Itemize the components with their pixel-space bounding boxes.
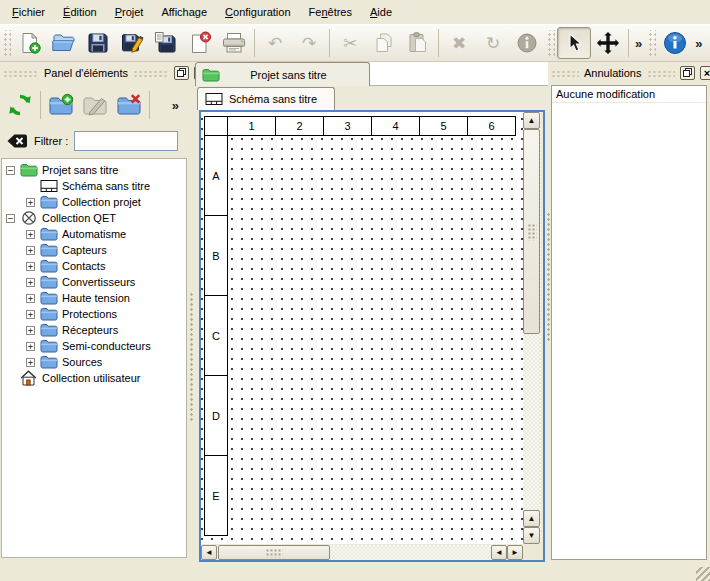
clear-filter-button[interactable] — [6, 133, 28, 149]
expand-toggle[interactable]: + — [26, 278, 35, 287]
toolbar-grip[interactable] — [647, 30, 656, 56]
toolbar-grip[interactable] — [2, 30, 11, 56]
tree-item-semi-conducteurs[interactable]: +Semi-conducteurs — [2, 338, 186, 354]
pan-mode-button[interactable] — [591, 27, 625, 59]
horizontal-scrollbar[interactable]: ◄ ◄ ► — [201, 545, 523, 560]
left-splitter[interactable] — [188, 62, 195, 581]
window-resize-grip[interactable] — [696, 567, 710, 581]
collapse-toggle[interactable]: − — [6, 166, 15, 175]
floppy-all-icon — [154, 31, 178, 55]
tree-item-convertisseurs[interactable]: +Convertisseurs — [2, 274, 186, 290]
expand-toggle[interactable]: + — [26, 230, 35, 239]
folder-blue-icon — [40, 307, 58, 321]
edit-element-button — [78, 88, 112, 122]
elements-panel-titlebar[interactable]: Panel d'éléments × — [0, 62, 188, 84]
expand-toggle[interactable]: + — [26, 246, 35, 255]
left-arrow-icon: ◄ — [205, 549, 213, 557]
new-document-button[interactable] — [13, 27, 47, 59]
expand-toggle[interactable]: + — [26, 198, 35, 207]
tree-item-label: Protections — [62, 308, 117, 320]
folder-blue-icon — [40, 243, 58, 257]
folder-blue-icon — [39, 322, 58, 338]
filter-input[interactable] — [74, 131, 178, 151]
vertical-scroll-thumb[interactable] — [523, 129, 540, 334]
about-button[interactable] — [658, 27, 692, 59]
menu-item-affichage[interactable]: Affichage — [152, 2, 216, 22]
tree-item-haute-tension[interactable]: +Haute tension — [2, 290, 186, 306]
float-panel-button[interactable] — [680, 66, 695, 80]
expand-toggle[interactable]: + — [26, 342, 35, 351]
menu-item-edition[interactable]: Édition — [54, 2, 106, 22]
horizontal-scroll-thumb[interactable] — [218, 545, 330, 560]
folder-open-icon — [51, 31, 77, 55]
restore-icon — [683, 68, 692, 78]
tree-item-protections[interactable]: +Protections — [2, 306, 186, 322]
scroll-left-button-2[interactable]: ◄ — [491, 545, 507, 560]
menu-item-fichier[interactable]: Fichier — [3, 2, 54, 22]
column-header-3: 3 — [323, 116, 372, 136]
undo-panel-titlebar[interactable]: Annulations × — [548, 62, 710, 84]
scroll-down-button[interactable]: ▼ — [523, 527, 540, 544]
help-overflow-button[interactable]: » — [692, 36, 705, 51]
folder-blue-icon — [39, 258, 58, 274]
tree-item-schema-sans-titre[interactable]: Schéma sans titre — [2, 178, 186, 194]
float-panel-button[interactable] — [174, 66, 189, 80]
project-tab-label: Projet sans titre — [224, 69, 369, 81]
expand-toggle[interactable]: + — [26, 262, 35, 271]
save-as-button[interactable] — [115, 27, 149, 59]
print-button[interactable] — [217, 27, 251, 59]
tree-item-label: Semi-conducteurs — [62, 340, 151, 352]
separator — [149, 91, 150, 119]
tree-item-collection-qet[interactable]: −Collection QET — [2, 210, 186, 226]
tree-item-projet-sans-titre[interactable]: −Projet sans titre — [2, 162, 186, 178]
menu-item-fenetres[interactable]: Fenêtres — [300, 2, 361, 22]
menu-item-projet[interactable]: Projet — [106, 2, 153, 22]
tree-item-sources[interactable]: +Sources — [2, 354, 186, 370]
close-panel-button[interactable]: × — [700, 66, 710, 80]
elements-overflow-button[interactable]: » — [169, 98, 188, 113]
expand-toggle[interactable]: + — [26, 358, 35, 367]
delete-icon: ✖ — [452, 35, 466, 52]
toolbar-grip[interactable] — [546, 30, 555, 56]
separator — [438, 29, 439, 57]
tree-item-recepteurs[interactable]: +Récepteurs — [2, 322, 186, 338]
menu-item-aide[interactable]: Aide — [361, 2, 401, 22]
tab-project[interactable]: Projet sans titre — [195, 62, 370, 86]
tree-item-capteurs[interactable]: +Capteurs — [2, 242, 186, 258]
scroll-left-button[interactable]: ◄ — [201, 545, 217, 560]
cut-icon: ✂ — [343, 35, 357, 52]
select-mode-button[interactable] — [557, 27, 591, 59]
tree-item-contacts[interactable]: +Contacts — [2, 258, 186, 274]
tree-item-collection-utilisateur[interactable]: Collection utilisateur — [2, 370, 186, 386]
new-element-button[interactable] — [44, 88, 78, 122]
vertical-scrollbar[interactable]: ▲ ▲ ▼ — [523, 112, 541, 544]
expand-toggle[interactable]: + — [26, 326, 35, 335]
titlebar-texture — [3, 69, 39, 78]
menu-item-configuration[interactable]: Configuration — [216, 2, 299, 22]
close-document-button[interactable] — [183, 27, 217, 59]
tree-item-collection-projet[interactable]: +Collection projet — [2, 194, 186, 210]
down-arrow-icon: ▼ — [528, 532, 536, 540]
tree-item-label: Collection projet — [62, 196, 141, 208]
expand-toggle[interactable]: + — [26, 294, 35, 303]
scroll-up-button-2[interactable]: ▲ — [523, 510, 540, 527]
delete-element-button[interactable] — [112, 88, 146, 122]
tools-overflow-button[interactable]: » — [632, 36, 645, 51]
undo-list-item[interactable]: Aucune modification — [552, 86, 706, 103]
save-all-button[interactable] — [149, 27, 183, 59]
reload-collections-button[interactable] — [3, 88, 37, 122]
save-button[interactable] — [81, 27, 115, 59]
collapse-toggle[interactable]: − — [6, 214, 15, 223]
refresh-green-icon — [7, 92, 33, 118]
schema-icon — [39, 178, 58, 194]
open-document-button[interactable] — [47, 27, 81, 59]
scroll-right-button[interactable]: ► — [507, 545, 523, 560]
page-new-icon — [18, 31, 42, 55]
expand-toggle[interactable]: + — [26, 310, 35, 319]
folder-blue-icon — [40, 339, 58, 353]
tree-item-automatisme[interactable]: +Automatisme — [2, 226, 186, 242]
folder-green-icon — [19, 162, 38, 178]
diagram-canvas[interactable]: 123456 ABCDE — [201, 112, 523, 544]
scroll-up-button[interactable]: ▲ — [523, 112, 540, 129]
tab-schema[interactable]: Schéma sans titre — [197, 87, 335, 110]
